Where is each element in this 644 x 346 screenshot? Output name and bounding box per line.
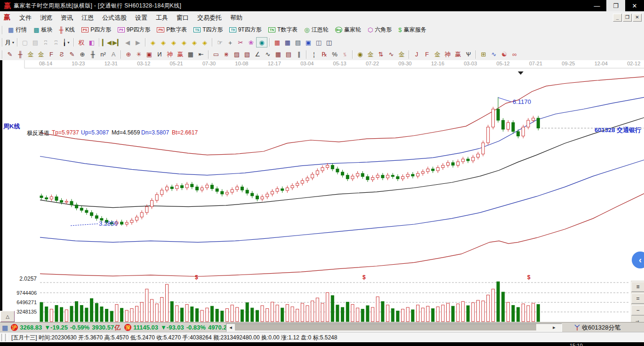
stats-tool-icon[interactable]: ¦ — [309, 50, 319, 59]
next-page-icon[interactable]: ▶ — [133, 38, 143, 47]
toolbar-t-table-button[interactable]: TNT数字表 — [265, 25, 301, 35]
candle-style-icon[interactable]: ╽▼ — [61, 38, 72, 47]
chart-type-3-icon[interactable]: ʭ — [40, 38, 51, 47]
menu-item-资讯[interactable]: 资讯 — [56, 12, 77, 23]
psi-tool-icon[interactable]: Ѱ — [463, 50, 474, 59]
kline-chart-canvas[interactable]: 08-1410-2312-3103-1205-2107-3010-0812-17… — [0, 60, 644, 322]
menu-item-交易委托[interactable]: 交易委托 — [193, 12, 226, 23]
minimize-button[interactable]: — — [588, 0, 606, 11]
updown-icon[interactable]: ⇅ — [376, 50, 386, 59]
grid-3-icon[interactable]: ▤ — [283, 50, 294, 59]
curve-icon[interactable]: ∿ — [386, 50, 396, 59]
vol-scale-button-3[interactable]: ≡ — [631, 282, 644, 292]
chart-type-4-icon[interactable]: ʭ — [51, 38, 61, 47]
shen-ray-icon[interactable]: 神 — [443, 50, 453, 59]
toolbar-t-square-button[interactable]: TST四方形 — [190, 25, 226, 35]
flower-tool-icon[interactable]: ❀ — [246, 38, 256, 47]
letter-a-icon[interactable]: A — [108, 50, 119, 59]
mdi-restore-button[interactable]: ❐ — [623, 14, 632, 22]
fan-tool-icon[interactable]: ⋇ — [221, 50, 232, 59]
diamond-right-icon[interactable]: ◈ — [158, 38, 169, 47]
chart-type-2-icon[interactable]: ▤ — [30, 38, 40, 47]
shanghai-index-icon[interactable]: 沪 — [11, 324, 18, 331]
menu-item-窗口[interactable]: 窗口 — [172, 12, 193, 23]
crosshair-tool-icon[interactable]: ＋ — [225, 38, 235, 47]
period-month-icon[interactable]: 月▼ — [5, 38, 15, 47]
save-icon[interactable]: ▣ — [303, 38, 314, 47]
menu-item-浏览[interactable]: 浏览 — [36, 12, 56, 23]
toolbar-quotes-button[interactable]: ▦行情 — [5, 25, 30, 35]
pane-toggle-button[interactable]: △ — [0, 311, 15, 322]
mdi-close-button[interactable]: ✕ — [633, 14, 642, 22]
toolbar-winner-wheel-button[interactable]: Big赢家轮 — [332, 25, 364, 35]
diamond-star-icon[interactable]: ◈ — [200, 38, 210, 47]
shade-2-icon[interactable]: ▧ — [242, 50, 252, 59]
menu-item-工具[interactable]: 工具 — [152, 12, 172, 23]
index-ticker-scrollbar[interactable]: ◂ ▸ — [226, 323, 562, 332]
menu-item-帮助[interactable]: 帮助 — [226, 12, 247, 23]
close-button[interactable]: ✕ — [625, 0, 644, 11]
color-chart-icon[interactable]: ◧ — [87, 38, 97, 47]
gold-circle-icon[interactable]: ◉ — [355, 50, 365, 59]
span-tool-icon[interactable]: ⇤ — [196, 50, 206, 59]
infinity-icon[interactable]: ∞ — [509, 50, 520, 59]
lines-tool-icon[interactable]: ∥ — [294, 50, 304, 59]
print-web-icon[interactable]: ◫ — [314, 38, 324, 47]
percent-icon[interactable]: % — [330, 50, 340, 59]
toolbar-gann-wheel-button[interactable]: ◎江恩轮 — [301, 25, 331, 35]
n-square-icon[interactable]: n² — [98, 50, 108, 59]
calculator-icon[interactable]: ▦ — [282, 38, 293, 47]
chart-area[interactable]: 08-1410-2312-3103-1205-2107-3010-0812-17… — [0, 60, 644, 322]
f-angle-icon[interactable]: F — [422, 50, 432, 59]
angle-tool-icon[interactable]: ∠ — [252, 50, 263, 59]
restore-button[interactable]: ❐ — [606, 0, 625, 11]
diamond-h-icon[interactable]: ◈ — [169, 38, 179, 47]
wave-tool-icon[interactable]: ∿ — [263, 50, 273, 59]
menu-item-设置[interactable]: 设置 — [131, 12, 152, 23]
toolbar-p-table-button[interactable]: PNP数字表 — [153, 25, 190, 35]
toolbar-9t-square-button[interactable]: T99T四方形 — [226, 25, 265, 35]
vol-scale-button-1[interactable]: − — [631, 305, 644, 315]
gann-line-icon[interactable]: ╫ — [15, 50, 25, 59]
brain-tool-icon[interactable]: ◉ — [256, 37, 267, 47]
target-3-icon[interactable]: ▣ — [144, 50, 154, 59]
circle-cycle-icon[interactable]: ⊕ — [77, 50, 88, 59]
scroll-left-arrow[interactable]: ◂ — [227, 324, 234, 330]
trend-mini-icon[interactable]: ∿ — [489, 50, 499, 59]
chart-type-1-icon[interactable]: ▢ — [20, 38, 30, 47]
win-tool-icon[interactable]: 赢 — [175, 50, 185, 59]
toolbar-p-square-button[interactable]: PSP四方形 — [78, 25, 114, 35]
tick-feed-label-group[interactable]: 收601328分笔 — [574, 323, 620, 332]
toolbar-hexagon-button[interactable]: ⬡六角形 — [364, 25, 395, 35]
gold-ruler-1-icon[interactable]: 金 — [25, 50, 36, 59]
spiral-icon[interactable]: Ƨ — [56, 50, 67, 59]
percent-line-icon[interactable]: ﹪ — [340, 50, 350, 59]
grid-2-icon[interactable]: ▦ — [273, 50, 283, 59]
target-2-icon[interactable]: ✳ — [134, 50, 144, 59]
gold-ray-icon[interactable]: 金 — [432, 50, 443, 59]
diamond-left-icon[interactable]: ◈ — [148, 38, 158, 47]
diamond-plus-icon[interactable]: ◈ — [189, 38, 200, 47]
notes-icon[interactable]: ▤ — [293, 38, 303, 47]
shen-tool-icon[interactable]: 神 — [165, 50, 175, 59]
j-angle-icon[interactable]: J — [411, 50, 422, 59]
last-page-icon[interactable]: ▶▎ — [112, 38, 122, 47]
win-ray-icon[interactable]: 赢 — [453, 50, 463, 59]
fibo-icon[interactable]: F — [46, 50, 56, 59]
menu-item-江恩[interactable]: 江恩 — [77, 12, 98, 23]
shenzhen-index-icon[interactable]: 深 — [124, 324, 131, 331]
gold-level-icon[interactable]: 金 — [365, 50, 376, 59]
brush-icon[interactable]: ✎ — [5, 50, 15, 59]
grid-icon[interactable]: ▦ — [2, 324, 8, 331]
menu-item-公式选股[interactable]: 公式选股 — [98, 12, 131, 23]
grid-tool-icon[interactable]: ▦ — [185, 50, 196, 59]
rights-adjust-icon[interactable]: 权 — [76, 38, 87, 47]
diamond-x-icon[interactable]: ◈ — [179, 38, 189, 47]
scrollbar-thumb[interactable] — [235, 324, 536, 330]
box-tool-icon[interactable]: ▭ — [211, 50, 221, 59]
calendar-icon[interactable]: ▦ — [272, 38, 282, 47]
wave-n-icon[interactable]: И — [154, 50, 165, 59]
toolbar-9p-square-button[interactable]: P99P四方形 — [114, 25, 153, 35]
gold-angle-icon[interactable]: 金 — [396, 50, 407, 59]
menu-item-文件[interactable]: 文件 — [15, 12, 36, 23]
